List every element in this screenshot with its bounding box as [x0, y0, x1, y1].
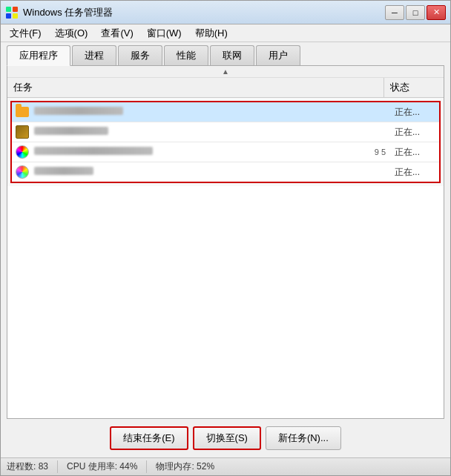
menu-help[interactable]: 帮助(H): [189, 25, 234, 42]
table-row[interactable]: 正在...: [12, 122, 439, 142]
status-cpu: CPU 使用率: 44%: [58, 460, 147, 473]
tab-processes[interactable]: 进程: [72, 45, 116, 65]
new-task-button[interactable]: 新任务(N)...: [266, 426, 341, 450]
tab-services[interactable]: 服务: [118, 45, 162, 65]
content-area: ▲ 任务 状态 正在...: [7, 65, 444, 419]
folder-icon: [15, 105, 30, 119]
end-task-button[interactable]: 结束任务(E): [110, 426, 188, 450]
table-header: 任务 状态: [7, 78, 444, 98]
table-row[interactable]: 正在...: [12, 162, 439, 182]
tab-users[interactable]: 用户: [256, 45, 300, 65]
status-memory: 物理内存: 52%: [147, 460, 223, 473]
window-title: Windows 任务管理器: [23, 6, 385, 19]
task-status: 正在...: [392, 126, 436, 139]
task-extra: 9 5: [375, 148, 386, 156]
task-name: [34, 107, 392, 117]
colorwheel-icon: [15, 145, 30, 159]
status-bar: 进程数: 83 CPU 使用率: 44% 物理内存: 52%: [1, 457, 450, 475]
task-name: [34, 127, 392, 137]
minimize-button[interactable]: ─: [385, 5, 404, 20]
task-name: [34, 167, 392, 177]
tab-network[interactable]: 联网: [210, 45, 254, 65]
tab-performance[interactable]: 性能: [164, 45, 208, 65]
task-status: 正在...: [392, 106, 436, 119]
task-status: 正在...: [392, 166, 436, 179]
menu-window[interactable]: 窗口(W): [141, 25, 188, 42]
menu-bar: 文件(F) 选项(O) 查看(V) 窗口(W) 帮助(H): [1, 24, 450, 42]
table-row[interactable]: 正在...: [12, 102, 439, 122]
task-table: 任务 状态 正在...: [7, 78, 444, 418]
window-icon: [5, 6, 19, 19]
status-processes: 进程数: 83: [7, 460, 58, 473]
tab-apps[interactable]: 应用程序: [7, 45, 70, 66]
tab-bar: 应用程序 进程 服务 性能 联网 用户: [1, 42, 450, 65]
title-bar: Windows 任务管理器 ─ □ ✕: [1, 1, 450, 24]
menu-view[interactable]: 查看(V): [95, 25, 139, 42]
col-header-status: 状态: [384, 78, 444, 97]
svg-rect-0: [6, 7, 11, 12]
col-header-task: 任务: [7, 78, 384, 97]
package-icon: [15, 125, 30, 139]
svg-rect-1: [13, 7, 18, 12]
window-controls: ─ □ ✕: [385, 5, 446, 20]
task-status: 正在...: [392, 146, 436, 159]
scroll-indicator: ▲: [7, 66, 444, 78]
up-arrow-icon: ▲: [222, 67, 229, 76]
task-name: [34, 147, 375, 157]
svg-rect-2: [6, 13, 11, 19]
svg-rect-3: [13, 13, 18, 19]
table-row[interactable]: 9 5 正在...: [12, 142, 439, 162]
maximize-button[interactable]: □: [406, 5, 425, 20]
task-manager-window: Windows 任务管理器 ─ □ ✕ 文件(F) 选项(O) 查看(V) 窗口…: [0, 0, 451, 476]
empty-area: [7, 186, 444, 418]
close-button[interactable]: ✕: [427, 5, 446, 20]
colorwheel2-icon: [15, 165, 30, 179]
button-area: 结束任务(E) 切换至(S) 新任务(N)...: [1, 419, 450, 457]
task-list: 正在... 正在...: [10, 101, 441, 183]
menu-file[interactable]: 文件(F): [4, 25, 47, 42]
menu-options[interactable]: 选项(O): [49, 25, 94, 42]
switch-to-button[interactable]: 切换至(S): [193, 426, 261, 450]
